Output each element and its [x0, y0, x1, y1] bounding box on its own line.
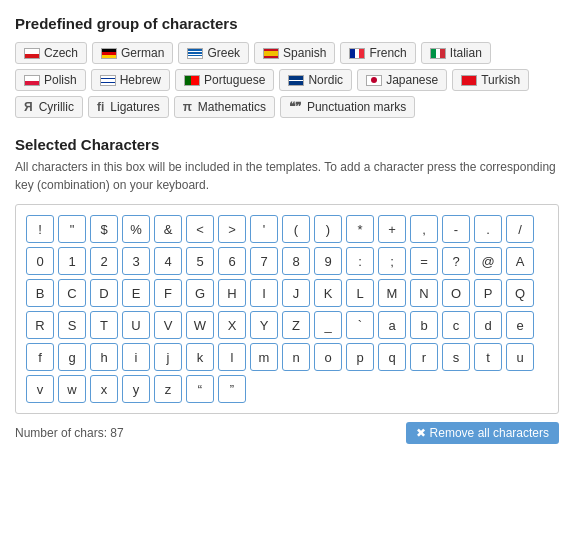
- lang-button-polish[interactable]: Polish: [15, 69, 86, 91]
- char-cell[interactable]: F: [154, 279, 182, 307]
- char-cell[interactable]: Y: [250, 311, 278, 339]
- char-cell[interactable]: ": [58, 215, 86, 243]
- char-cell[interactable]: y: [122, 375, 150, 403]
- char-cell[interactable]: t: [474, 343, 502, 371]
- char-cell[interactable]: U: [122, 311, 150, 339]
- char-cell[interactable]: S: [58, 311, 86, 339]
- char-cell[interactable]: H: [218, 279, 246, 307]
- char-cell[interactable]: C: [58, 279, 86, 307]
- char-cell[interactable]: I: [250, 279, 278, 307]
- char-cell[interactable]: 0: [26, 247, 54, 275]
- char-cell[interactable]: r: [410, 343, 438, 371]
- lang-button-japanese[interactable]: Japanese: [357, 69, 447, 91]
- char-cell[interactable]: X: [218, 311, 246, 339]
- char-cell[interactable]: k: [186, 343, 214, 371]
- char-cell[interactable]: h: [90, 343, 118, 371]
- char-cell[interactable]: v: [26, 375, 54, 403]
- char-cell[interactable]: w: [58, 375, 86, 403]
- char-cell[interactable]: b: [410, 311, 438, 339]
- lang-button-ligatures[interactable]: fiLigatures: [88, 96, 169, 118]
- char-cell[interactable]: f: [26, 343, 54, 371]
- char-cell[interactable]: u: [506, 343, 534, 371]
- char-cell[interactable]: 4: [154, 247, 182, 275]
- char-cell[interactable]: i: [122, 343, 150, 371]
- char-cell[interactable]: p: [346, 343, 374, 371]
- char-cell[interactable]: ,: [410, 215, 438, 243]
- char-cell[interactable]: -: [442, 215, 470, 243]
- char-cell[interactable]: ?: [442, 247, 470, 275]
- lang-button-greek[interactable]: Greek: [178, 42, 249, 64]
- char-cell[interactable]: l: [218, 343, 246, 371]
- char-cell[interactable]: n: [282, 343, 310, 371]
- char-cell[interactable]: A: [506, 247, 534, 275]
- char-cell[interactable]: ”: [218, 375, 246, 403]
- char-cell[interactable]: s: [442, 343, 470, 371]
- lang-button-hebrew[interactable]: Hebrew: [91, 69, 170, 91]
- char-cell[interactable]: D: [90, 279, 118, 307]
- char-cell[interactable]: W: [186, 311, 214, 339]
- char-cell[interactable]: M: [378, 279, 406, 307]
- char-cell[interactable]: L: [346, 279, 374, 307]
- char-cell[interactable]: x: [90, 375, 118, 403]
- char-cell[interactable]: =: [410, 247, 438, 275]
- lang-button-mathematics[interactable]: πMathematics: [174, 96, 275, 118]
- char-cell[interactable]: $: [90, 215, 118, 243]
- char-cell[interactable]: <: [186, 215, 214, 243]
- char-cell[interactable]: m: [250, 343, 278, 371]
- char-cell[interactable]: O: [442, 279, 470, 307]
- lang-button-italian[interactable]: Italian: [421, 42, 491, 64]
- char-cell[interactable]: 8: [282, 247, 310, 275]
- char-cell[interactable]: R: [26, 311, 54, 339]
- char-cell[interactable]: 3: [122, 247, 150, 275]
- char-cell[interactable]: N: [410, 279, 438, 307]
- char-cell[interactable]: &: [154, 215, 182, 243]
- char-cell[interactable]: E: [122, 279, 150, 307]
- char-cell[interactable]: ): [314, 215, 342, 243]
- char-cell[interactable]: 1: [58, 247, 86, 275]
- char-cell[interactable]: e: [506, 311, 534, 339]
- char-cell[interactable]: z: [154, 375, 182, 403]
- char-cell[interactable]: +: [378, 215, 406, 243]
- lang-button-german[interactable]: German: [92, 42, 173, 64]
- char-cell[interactable]: 9: [314, 247, 342, 275]
- char-cell[interactable]: @: [474, 247, 502, 275]
- char-cell[interactable]: K: [314, 279, 342, 307]
- lang-button-portuguese[interactable]: Portuguese: [175, 69, 274, 91]
- char-cell[interactable]: o: [314, 343, 342, 371]
- char-cell[interactable]: V: [154, 311, 182, 339]
- remove-all-button[interactable]: ✖ Remove all characters: [406, 422, 559, 444]
- char-cell[interactable]: _: [314, 311, 342, 339]
- char-cell[interactable]: 7: [250, 247, 278, 275]
- char-cell[interactable]: a: [378, 311, 406, 339]
- char-cell[interactable]: j: [154, 343, 182, 371]
- lang-button-nordic[interactable]: Nordic: [279, 69, 352, 91]
- lang-button-turkish[interactable]: Turkish: [452, 69, 529, 91]
- char-cell[interactable]: `: [346, 311, 374, 339]
- char-cell[interactable]: q: [378, 343, 406, 371]
- char-cell[interactable]: 2: [90, 247, 118, 275]
- char-cell[interactable]: ': [250, 215, 278, 243]
- char-cell[interactable]: :: [346, 247, 374, 275]
- lang-button-spanish[interactable]: Spanish: [254, 42, 335, 64]
- char-cell[interactable]: B: [26, 279, 54, 307]
- char-cell[interactable]: !: [26, 215, 54, 243]
- char-cell[interactable]: G: [186, 279, 214, 307]
- char-cell[interactable]: “: [186, 375, 214, 403]
- char-cell[interactable]: 5: [186, 247, 214, 275]
- char-cell[interactable]: 6: [218, 247, 246, 275]
- char-cell[interactable]: d: [474, 311, 502, 339]
- lang-button-czech[interactable]: Czech: [15, 42, 87, 64]
- char-cell[interactable]: c: [442, 311, 470, 339]
- char-cell[interactable]: T: [90, 311, 118, 339]
- lang-button-cyrillic[interactable]: ЯCyrillic: [15, 96, 83, 118]
- char-cell[interactable]: g: [58, 343, 86, 371]
- char-cell[interactable]: /: [506, 215, 534, 243]
- char-cell[interactable]: *: [346, 215, 374, 243]
- char-cell[interactable]: %: [122, 215, 150, 243]
- char-cell[interactable]: P: [474, 279, 502, 307]
- char-cell[interactable]: Q: [506, 279, 534, 307]
- char-cell[interactable]: Z: [282, 311, 310, 339]
- lang-button-punctuation[interactable]: ❝❞Punctuation marks: [280, 96, 415, 118]
- char-cell[interactable]: (: [282, 215, 310, 243]
- lang-button-french[interactable]: French: [340, 42, 415, 64]
